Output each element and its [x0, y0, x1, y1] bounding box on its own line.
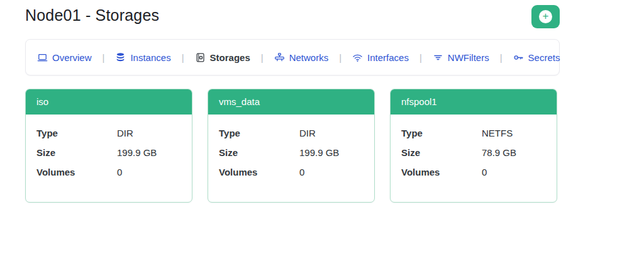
network-icon — [274, 52, 285, 63]
nav-item-interfaces[interactable]: Interfaces — [352, 52, 409, 63]
volumes-label: Volumes — [219, 162, 299, 182]
nav-separator: | — [500, 52, 502, 63]
storage-card-iso[interactable]: iso Type DIR Size 199.9 GB Volumes 0 — [25, 89, 192, 203]
nav-item-label: Storages — [210, 52, 250, 63]
storage-card-title: iso — [26, 89, 192, 115]
nav-item-label: Secrets — [528, 52, 560, 63]
nav-item-storages[interactable]: Storages — [195, 52, 250, 63]
volumes-value: 0 — [299, 162, 304, 182]
type-value: DIR — [117, 123, 133, 143]
size-label: Size — [219, 143, 299, 162]
nav-separator: | — [182, 52, 184, 63]
add-storage-button[interactable]: + — [531, 5, 560, 28]
nav-item-label: Instances — [130, 52, 170, 63]
nav-item-networks[interactable]: Networks — [274, 52, 329, 63]
storage-card-vms-data[interactable]: vms_data Type DIR Size 199.9 GB Volumes … — [208, 89, 375, 203]
storage-size-row: Size 78.9 GB — [401, 143, 546, 162]
nav-item-overview[interactable]: Overview — [37, 52, 92, 63]
storage-volumes-row: Volumes 0 — [219, 162, 364, 182]
nav-item-instances[interactable]: Instances — [115, 52, 170, 63]
page-content: Node01 - Storages + Overview | — [25, 0, 560, 203]
plus-circle-icon: + — [539, 10, 552, 23]
storage-type-row: Type DIR — [219, 123, 364, 143]
laptop-icon — [37, 52, 48, 63]
storage-type-row: Type NETFS — [401, 123, 546, 143]
nav-item-label: NWFilters — [448, 52, 489, 63]
storage-size-row: Size 199.9 GB — [219, 143, 364, 162]
volumes-value: 0 — [117, 162, 122, 182]
storage-volumes-row: Volumes 0 — [36, 162, 181, 182]
type-label: Type — [219, 123, 299, 143]
nav-item-label: Overview — [52, 52, 92, 63]
database-icon — [115, 52, 126, 63]
storage-card-body: Type NETFS Size 78.9 GB Volumes 0 — [391, 115, 557, 182]
volumes-label: Volumes — [401, 162, 482, 182]
size-value: 199.9 GB — [299, 143, 339, 162]
nav-item-nwfilters[interactable]: NWFilters — [433, 52, 489, 63]
volumes-label: Volumes — [36, 162, 117, 182]
nav-separator: | — [103, 52, 105, 63]
node-navbar: Overview | Instances | — [25, 39, 560, 76]
storage-card-nfspool1[interactable]: nfspool1 Type NETFS Size 78.9 GB Volumes… — [390, 89, 557, 203]
filter-icon — [433, 52, 443, 63]
nav-item-label: Interfaces — [367, 52, 409, 63]
size-label: Size — [401, 143, 482, 162]
storage-volumes-row: Volumes 0 — [401, 162, 546, 182]
nav-separator: | — [339, 52, 341, 63]
type-label: Type — [36, 123, 117, 143]
hdd-icon — [195, 52, 206, 63]
nav-separator: | — [261, 52, 264, 63]
nav-item-secrets[interactable]: Secrets — [513, 52, 560, 63]
storage-cards: iso Type DIR Size 199.9 GB Volumes 0 vms… — [25, 89, 560, 203]
type-value: NETFS — [482, 123, 513, 143]
size-label: Size — [36, 143, 117, 162]
size-value: 78.9 GB — [482, 143, 516, 162]
size-value: 199.9 GB — [117, 143, 157, 162]
nav-separator: | — [419, 52, 422, 63]
nav-item-label: Networks — [289, 52, 329, 63]
storage-card-title: nfspool1 — [391, 89, 557, 115]
type-value: DIR — [299, 123, 316, 143]
storage-size-row: Size 199.9 GB — [36, 143, 181, 162]
volumes-value: 0 — [482, 162, 487, 182]
storage-card-body: Type DIR Size 199.9 GB Volumes 0 — [26, 115, 192, 182]
storage-type-row: Type DIR — [36, 123, 181, 143]
storage-card-title: vms_data — [208, 89, 374, 115]
type-label: Type — [401, 123, 482, 143]
wifi-icon — [352, 52, 363, 63]
page-title: Node01 - Storages — [25, 5, 159, 25]
storage-card-body: Type DIR Size 199.9 GB Volumes 0 — [208, 115, 374, 182]
page-header: Node01 - Storages + — [25, 0, 560, 28]
key-icon — [513, 52, 524, 63]
